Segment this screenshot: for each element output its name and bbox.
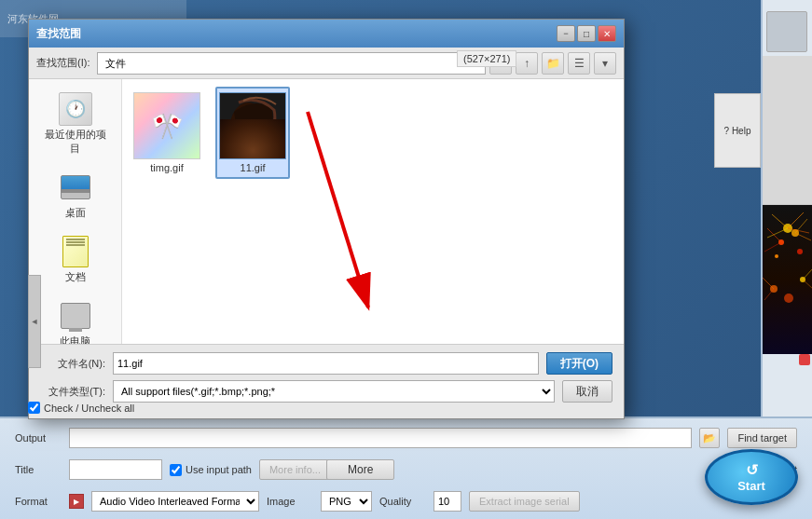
- svg-point-21: [227, 126, 280, 158]
- format-label: Format: [15, 496, 62, 507]
- output-input[interactable]: [69, 428, 692, 448]
- check-label: Check / Uncheck all: [44, 403, 134, 414]
- output-row: Output 📂 Find target: [0, 422, 812, 454]
- file-dialog: 查找范围 － □ ✕ 查找范围(I): 文件 ← ↑ 📁 ☰ ▾ 🕐: [28, 19, 625, 419]
- format-select[interactable]: Audio Video Interleaved Format (*.avi): [91, 491, 259, 512]
- pc-icon: [59, 299, 92, 333]
- file-thumbnail-11: [219, 92, 286, 159]
- dimension-display: (527×271): [457, 50, 516, 67]
- desktop-icon: [59, 171, 92, 204]
- dialog-sidebar: 🕐 最近使用的项目 桌面 文档: [29, 79, 122, 344]
- maximize-btn[interactable]: □: [577, 25, 596, 42]
- more-button[interactable]: More: [326, 459, 394, 480]
- svg-line-19: [803, 280, 812, 289]
- filename-input[interactable]: [113, 352, 539, 375]
- svg-line-10: [764, 242, 781, 252]
- format-icon: ▶: [69, 494, 84, 509]
- filetype-label: 文件类型(T):: [40, 385, 105, 399]
- preview-top: [763, 56, 812, 205]
- svg-point-2: [775, 254, 778, 258]
- preview-bottom: [763, 205, 812, 354]
- minimize-btn[interactable]: －: [557, 25, 575, 42]
- format-type-icon: ▶: [69, 494, 84, 509]
- sidebar-item-desktop[interactable]: 桌面: [34, 165, 117, 225]
- file-thumbnail-timg: [133, 92, 200, 159]
- svg-line-17: [764, 289, 774, 300]
- svg-line-16: [763, 278, 774, 289]
- new-folder-btn[interactable]: 📁: [542, 52, 564, 75]
- location-label: 查找范围(I):: [36, 56, 89, 70]
- title-label: Title: [15, 464, 62, 475]
- output-browse-btn[interactable]: 📂: [699, 428, 720, 448]
- sidebar-label-desktop: 桌面: [65, 206, 86, 220]
- image-label: Image: [267, 496, 313, 507]
- start-icon: ↺: [746, 461, 758, 479]
- right-panel-icon: [766, 11, 807, 52]
- file-item-11[interactable]: 11.gif: [215, 87, 290, 179]
- more-info-btn[interactable]: More info...: [259, 459, 331, 480]
- filetype-dropdown[interactable]: All support files(*.gif;*.bmp;*.png;*: [113, 380, 555, 403]
- filename-label: 文件名(N):: [40, 357, 105, 371]
- file-grid: timg.gif: [130, 87, 616, 179]
- open-button[interactable]: 打开(O): [546, 352, 612, 375]
- location-dropdown[interactable]: 文件: [97, 52, 486, 75]
- svg-line-5: [772, 214, 788, 228]
- svg-point-15: [784, 294, 793, 303]
- recent-icon: 🕐: [59, 92, 92, 126]
- left-scroll[interactable]: ◄: [28, 275, 41, 368]
- thumb-11-img: [220, 93, 285, 158]
- docs-icon: [59, 235, 92, 268]
- view-btn[interactable]: ☰: [568, 52, 590, 75]
- format-row: Format ▶ Audio Video Interleaved Format …: [0, 485, 812, 517]
- start-label: Start: [737, 479, 765, 493]
- quality-input[interactable]: [434, 491, 461, 512]
- filename-row: 文件名(N): 打开(O): [40, 352, 612, 375]
- title-row: Title Use input path More info... Batch …: [0, 454, 812, 485]
- help-panel: ? Help: [714, 93, 761, 168]
- sidebar-label-recent: 最近使用的项目: [40, 128, 111, 156]
- svg-point-3: [797, 249, 803, 254]
- use-input-path-checkbox[interactable]: [170, 464, 182, 476]
- sidebar-item-pc[interactable]: 此电脑: [34, 294, 117, 344]
- title-buttons: － □ ✕: [557, 25, 616, 42]
- use-input-path-check: Use input path: [170, 464, 252, 476]
- sidebar-label-pc: 此电脑: [60, 335, 90, 344]
- right-panel-buttons: [799, 354, 810, 365]
- svg-line-7: [767, 228, 788, 238]
- check-all-checkbox[interactable]: [28, 402, 40, 414]
- dialog-body: 🕐 最近使用的项目 桌面 文档: [29, 79, 624, 344]
- output-label: Output: [15, 432, 62, 444]
- find-target-btn[interactable]: Find target: [727, 428, 797, 448]
- dialog-title: 查找范围: [36, 26, 81, 42]
- dialog-main: timg.gif: [122, 79, 624, 344]
- help-label: ? Help: [724, 126, 751, 136]
- close-btn[interactable]: ✕: [598, 25, 616, 42]
- filetype-row: 文件类型(T): All support files(*.gif;*.bmp;*…: [40, 380, 612, 403]
- svg-line-12: [795, 233, 811, 240]
- file-name-11: 11.gif: [241, 162, 266, 173]
- view-dropdown-btn[interactable]: ▾: [594, 52, 616, 75]
- quality-label: Quality: [379, 496, 426, 507]
- svg-line-18: [803, 268, 812, 280]
- help-btn[interactable]: [799, 354, 810, 365]
- sidebar-label-docs: 文档: [65, 270, 86, 284]
- up-btn[interactable]: ↑: [516, 52, 538, 75]
- image-select[interactable]: PNG: [321, 491, 372, 512]
- extract-serial-btn[interactable]: Extract image serial: [469, 491, 580, 512]
- cancel-button[interactable]: 取消: [562, 380, 612, 403]
- fireworks-preview: [763, 205, 812, 354]
- file-item-timg[interactable]: timg.gif: [130, 87, 204, 179]
- thumb-timg-img: [134, 93, 200, 158]
- use-input-path-label: Use input path: [186, 464, 252, 475]
- sidebar-item-recent[interactable]: 🕐 最近使用的项目: [34, 87, 117, 161]
- dialog-toolbar: 查找范围(I): 文件 ← ↑ 📁 ☰ ▾: [29, 48, 624, 79]
- bottom-bar: Output 📂 Find target Title Use input pat…: [0, 417, 812, 519]
- title-input[interactable]: [69, 459, 162, 480]
- svg-line-9: [767, 228, 781, 242]
- check-area: Check / Uncheck all: [28, 402, 134, 414]
- file-name-timg: timg.gif: [150, 162, 183, 173]
- sidebar-item-docs[interactable]: 文档: [34, 229, 117, 290]
- dialog-titlebar: 查找范围 － □ ✕: [29, 20, 624, 48]
- start-button[interactable]: ↺ Start: [705, 449, 798, 505]
- thumb-11-svg: [220, 93, 285, 158]
